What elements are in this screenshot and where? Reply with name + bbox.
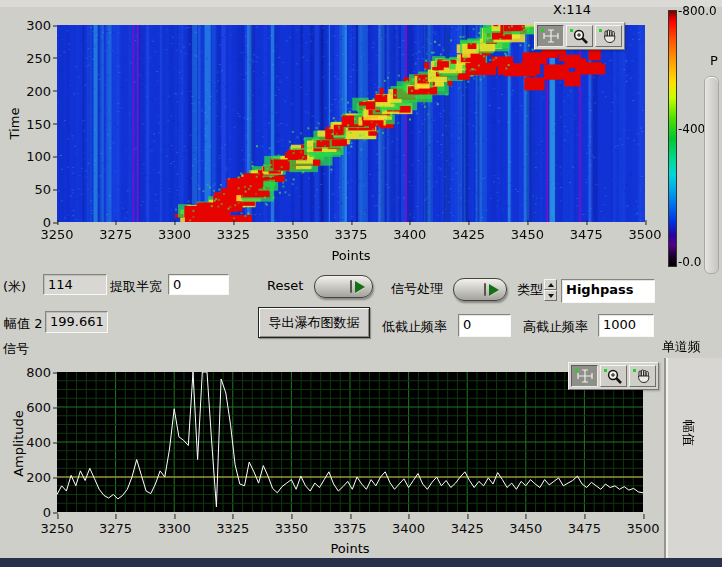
low-cutoff-input[interactable]: 0	[458, 314, 511, 337]
waterfall-graph-palette	[534, 22, 625, 50]
tick-label: 200	[26, 470, 51, 485]
tick-label: 250	[26, 50, 51, 65]
color-scale-max: -800.0	[678, 4, 717, 18]
tick-label: 50	[34, 182, 51, 197]
tick-label: 3475	[570, 227, 603, 242]
tick-label: 3375	[333, 521, 366, 536]
vertical-slider[interactable]	[704, 76, 719, 274]
tick-label: 3450	[511, 227, 544, 242]
green-arrow-icon	[355, 281, 365, 293]
toggle-slot	[484, 283, 486, 296]
tick-label: 3350	[275, 521, 308, 536]
amplitude2-indicator: 199.661	[45, 311, 108, 333]
tick-label: 400	[26, 435, 51, 450]
high-cutoff-label: 高截止频率	[523, 318, 588, 336]
amplitude2-label: 幅值 2	[4, 315, 42, 333]
zoom-tool-button[interactable]	[600, 365, 627, 387]
crosshair-icon	[574, 368, 596, 384]
green-arrow-icon	[489, 284, 499, 296]
tick-label: 3350	[276, 227, 309, 242]
tick-label: 200	[26, 83, 51, 98]
waterfall-canvas[interactable]	[57, 25, 645, 222]
reset-label: Reset	[267, 278, 303, 293]
single-channel-panel: 幅值	[664, 358, 722, 558]
hand-icon	[598, 28, 620, 44]
tick-label: 3500	[628, 227, 661, 242]
signal-plot[interactable]	[57, 372, 643, 512]
pan-tool-button[interactable]	[595, 25, 622, 47]
tick-label: 3375	[334, 227, 367, 242]
waterfall-plot[interactable]	[57, 25, 645, 222]
tick-label: 600	[26, 400, 51, 415]
crosshair-tool-button[interactable]	[571, 365, 598, 387]
tick-label: 100	[26, 149, 51, 164]
extract-halfwidth-label: 提取半宽	[110, 278, 162, 296]
tick-label: 3475	[568, 521, 601, 536]
spinner-up-icon[interactable]	[544, 279, 557, 290]
color-scale-bar	[668, 10, 677, 267]
filter-type-combo[interactable]: Highpass	[561, 279, 655, 303]
signal-x-ticks: 3250327533003325335033753400342534503475…	[57, 521, 643, 539]
tick-label: 800	[26, 365, 51, 380]
tick-label: 150	[26, 116, 51, 131]
signal-processing-toggle-button[interactable]	[453, 278, 507, 301]
magnifier-icon	[569, 28, 591, 44]
crosshair-icon	[540, 28, 562, 44]
bottom-strip	[0, 558, 722, 567]
toggle-slot	[350, 280, 352, 293]
waterfall-x-axis-label: Points	[57, 248, 645, 263]
signal-graph-palette	[568, 362, 659, 390]
tick-label: 3300	[158, 521, 191, 536]
top-strip	[0, 0, 722, 7]
export-waterfall-data-button[interactable]: 导出瀑布图数据	[258, 307, 370, 338]
low-cutoff-label: 低截止频率	[382, 318, 447, 336]
signal-section-label: 信号	[3, 340, 29, 358]
signal-y-ticks: 8006004002000	[0, 372, 51, 512]
tick-label: 3425	[451, 521, 484, 536]
distance-indicator: 114	[43, 274, 107, 295]
tick-label: 3450	[509, 521, 542, 536]
signal-x-axis-label: Points	[57, 541, 643, 556]
zoom-tool-button[interactable]	[566, 25, 593, 47]
waterfall-y-ticks: 300250200150100500	[0, 25, 51, 222]
crosshair-tool-button[interactable]	[537, 25, 564, 47]
tick-label: 3425	[452, 227, 485, 242]
tick-label: 3325	[216, 521, 249, 536]
tick-label: 3275	[99, 521, 132, 536]
distance-label: (米)	[3, 278, 26, 296]
filter-type-spinner[interactable]	[544, 279, 557, 301]
filter-type-label: 类型	[517, 281, 543, 299]
spinner-down-icon[interactable]	[544, 290, 557, 301]
tick-label: 300	[26, 18, 51, 33]
magnifier-icon	[603, 368, 625, 384]
clipped-right-label: P	[710, 53, 718, 68]
tick-label: 3400	[392, 521, 425, 536]
right-panel-rotated-label: 幅值	[679, 413, 697, 453]
hand-icon	[632, 368, 654, 384]
color-scale-min: -0.0	[678, 255, 701, 269]
cursor-readout: X:114	[553, 2, 591, 17]
tick-label: 3500	[626, 521, 659, 536]
signal-processing-label: 信号处理	[391, 280, 443, 298]
tick-label: 3250	[40, 521, 73, 536]
tick-label: 3250	[40, 227, 73, 242]
pan-tool-button[interactable]	[629, 365, 656, 387]
reset-toggle-button[interactable]	[314, 275, 373, 298]
extract-halfwidth-input[interactable]: 0	[168, 274, 229, 295]
labview-front-panel: { "top_chart": { "cursor_readout": "X:11…	[0, 0, 722, 567]
waterfall-x-ticks: 3250327533003325335033753400342534503475…	[57, 227, 645, 245]
tick-label: 3325	[217, 227, 250, 242]
tick-label: 3400	[393, 227, 426, 242]
right-panel-title: 单道频	[662, 338, 722, 356]
tick-label: 3275	[99, 227, 132, 242]
tick-label: 3300	[158, 227, 191, 242]
tick-label: 0	[43, 505, 51, 520]
high-cutoff-input[interactable]: 1000	[598, 314, 654, 337]
signal-svg[interactable]	[57, 372, 643, 512]
